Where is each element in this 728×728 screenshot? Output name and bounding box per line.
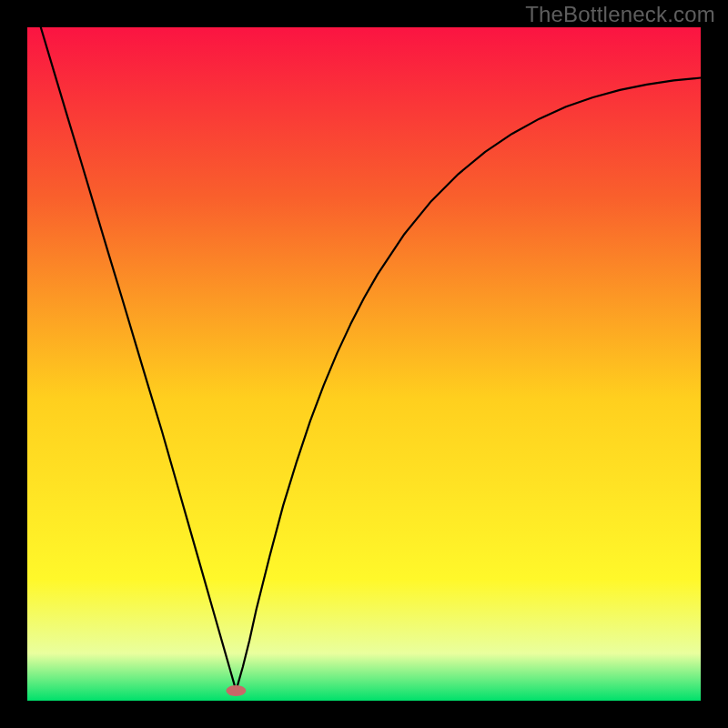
watermark-text: TheBottleneck.com: [525, 2, 715, 27]
plot-svg: [27, 27, 701, 701]
plot-area: [27, 27, 701, 701]
chart-frame: TheBottleneck.com: [0, 0, 728, 728]
min-marker: [226, 685, 246, 696]
gradient-background: [27, 27, 701, 701]
